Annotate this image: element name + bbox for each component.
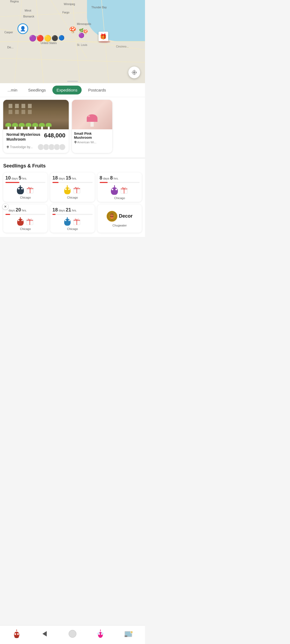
tab-seedlings[interactable]: Seedlings <box>24 86 50 94</box>
pikmin-solo: 🌿 🟣 <box>78 28 84 38</box>
svg-text:Thunder Bay: Thunder Bay <box>91 6 107 9</box>
seedling-card-2[interactable]: 18 days 15 hrs. <box>50 173 95 202</box>
svg-line-4 <box>0 58 145 63</box>
card2-pin-icon <box>74 141 77 144</box>
tab-min[interactable]: ...min <box>3 86 22 94</box>
seedlings-grid-row1: 10 days 5 hrs. <box>3 173 142 202</box>
expedition-card-2[interactable]: Small Pink Mushroom American Wi... <box>72 100 112 153</box>
gift-icon-4 <box>26 217 34 225</box>
card1-location: Travelodge by... <box>6 145 33 149</box>
seedling-2-location: Chicago <box>52 196 92 199</box>
tab-postcards[interactable]: Postcards <box>84 86 110 94</box>
svg-text:Casper: Casper <box>4 31 13 34</box>
card1-title: Normal Mysterious Mushroom <box>6 132 44 142</box>
seedling-card-1[interactable]: 10 days 5 hrs. <box>3 173 48 202</box>
gift-marker[interactable]: 🎁 <box>99 32 110 43</box>
location-icon <box>131 69 137 75</box>
svg-text:St. Louis: St. Louis <box>77 43 87 46</box>
svg-text:Bismarck: Bismarck <box>23 15 34 18</box>
svg-point-25 <box>74 141 77 143</box>
gift-icon-2 <box>73 186 81 194</box>
card1-body: Normal Mysterious Mushroom 648,000 Trave… <box>3 129 69 153</box>
seedling-2-progress <box>52 182 92 183</box>
svg-point-22 <box>133 72 135 73</box>
seedling-card-5[interactable]: 18 days 21 hrs. <box>50 204 95 233</box>
seedlings-title: Seedlings & Fruits <box>3 163 142 169</box>
seedling-card-4[interactable]: ✕ days 20 hrs. <box>3 204 48 233</box>
seedling-4-timer: days 20 hrs. <box>5 207 45 213</box>
svg-text:Winnipeg: Winnipeg <box>64 3 75 6</box>
mushroom-marker1[interactable]: 🍄 <box>69 27 76 34</box>
seedling-2-timer: 18 days 15 hrs. <box>52 175 92 181</box>
seedling-1-progress <box>5 182 45 183</box>
location-pin-icon <box>6 145 9 149</box>
decor-icon: 🏺 <box>107 211 117 222</box>
card2-image <box>72 100 112 129</box>
card1-avatars <box>38 144 66 150</box>
drag-handle[interactable] <box>67 81 78 82</box>
svg-point-24 <box>7 146 9 148</box>
seedling-5-timer: 18 days 21 hrs. <box>52 207 92 213</box>
svg-text:Fargo: Fargo <box>62 11 70 14</box>
seedling-1-timer: 10 days 5 hrs. <box>5 175 45 181</box>
decor-label: Decor <box>119 213 133 219</box>
seedling-5-icons <box>52 217 92 226</box>
card2-body: Small Pink Mushroom American Wi... <box>72 129 112 146</box>
card1-image <box>3 100 69 129</box>
seedling-3-progress <box>100 182 140 183</box>
map-view[interactable]: Regina Winnipeg Thunder Bay Minot Bismar… <box>0 0 145 83</box>
expedition-card-1[interactable]: Normal Mysterious Mushroom 648,000 Trave… <box>3 100 69 153</box>
seedling-1-location: Chicago <box>5 196 45 199</box>
seedling-4-progress <box>5 214 45 215</box>
seedling-3-timer: 8 days 8 hrs. <box>100 175 140 181</box>
seedling-card-3[interactable]: 8 days 8 hrs. <box>97 173 142 202</box>
seedling-3-location: Chicago <box>100 196 140 200</box>
seedling-1-icons <box>5 185 45 194</box>
map-svg: Regina Winnipeg Thunder Bay Minot Bismar… <box>0 0 145 83</box>
location-button[interactable] <box>128 67 140 78</box>
expeditions-scroll[interactable]: Normal Mysterious Mushroom 648,000 Trave… <box>0 97 145 157</box>
gift-icon-1 <box>26 186 34 194</box>
seedlings-section: Seedlings & Fruits 10 days 5 hrs. <box>0 159 145 237</box>
avatar-5 <box>59 144 66 150</box>
seedling-5-location: Chicago <box>52 227 92 230</box>
svg-point-23 <box>132 71 136 75</box>
svg-text:Minneapolis: Minneapolis <box>77 23 91 25</box>
card2-title: Small Pink Mushroom <box>74 131 110 140</box>
svg-text:Minot: Minot <box>25 9 31 12</box>
card1-points: 648,000 <box>44 132 66 139</box>
svg-text:De...: De... <box>7 46 13 49</box>
svg-text:United States: United States <box>41 42 57 45</box>
tab-expeditions[interactable]: Expeditions <box>52 86 82 94</box>
gift-icon-5 <box>73 217 81 225</box>
pikmin-group-map: 👤 <box>17 23 28 34</box>
seedling-4-icons <box>5 217 45 226</box>
svg-text:Regina: Regina <box>10 0 19 3</box>
gift-icon-3 <box>120 186 128 194</box>
decor-badge: 🏺 Decor <box>107 211 133 222</box>
seedling-card-decor[interactable]: 🏺 Decor Chugwater <box>97 204 142 233</box>
seedlings-grid-row2: ✕ days 20 hrs. <box>3 204 142 233</box>
seedling-2-icons <box>52 185 92 194</box>
card2-location: American Wi... <box>74 141 110 144</box>
seedling-3-icons <box>100 185 140 195</box>
seedling-5-progress <box>52 214 92 215</box>
tabs-bar: ...min Seedlings Expeditions Postcards <box>0 83 145 97</box>
seedling-4-location: Chicago <box>5 227 45 230</box>
seedling-6-location: Chugwater <box>113 224 127 227</box>
svg-text:Cincinno...: Cincinno... <box>116 45 129 48</box>
pikmin-cluster: 🟣 🔴 🟡 ⚫ 🔵 <box>29 35 64 42</box>
